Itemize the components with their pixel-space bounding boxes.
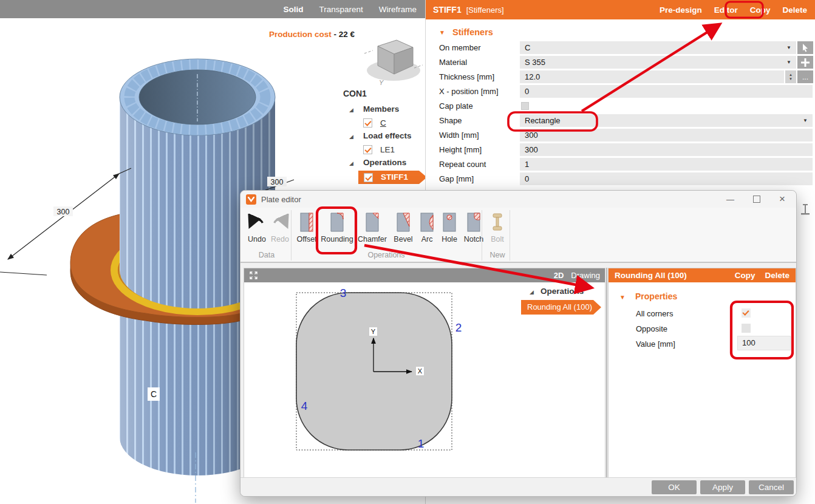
tree-group-load-effects[interactable]: Load effects xyxy=(363,131,412,140)
hole-button[interactable]: Hole xyxy=(438,210,460,243)
row-label-value: Value [mm] xyxy=(636,338,675,350)
dialog-tree-operations[interactable]: Operations xyxy=(540,287,584,296)
width-input[interactable]: 300 xyxy=(520,129,813,141)
tree-item-stiff1-selected[interactable]: STIFF1 xyxy=(358,171,427,184)
tree-item-le1[interactable]: LE1 xyxy=(380,145,395,154)
application-window: Solid Transparent Wireframe Production c… xyxy=(0,0,815,504)
all-corners-checkbox[interactable] xyxy=(742,308,751,318)
row-label-opposite: Opposite xyxy=(636,322,667,335)
drawing-header: 2DDrawing xyxy=(244,268,605,282)
dialog-tree-rounding-all[interactable]: Rounding All (100) xyxy=(521,300,601,315)
rounding-copy-button[interactable]: Copy xyxy=(735,271,755,280)
checkbox-member-c[interactable] xyxy=(363,118,372,128)
navigation-cube[interactable]: Y xyxy=(363,30,424,88)
cancel-button[interactable]: Cancel xyxy=(749,480,794,494)
material-dropdown[interactable]: S 355 xyxy=(520,56,796,69)
undo-label: Undo xyxy=(245,235,268,243)
expander-icon[interactable] xyxy=(530,289,534,295)
view-mode-transparent[interactable]: Transparent xyxy=(319,5,363,14)
predesign-button[interactable]: Pre-design xyxy=(660,5,702,15)
checkbox-le1[interactable] xyxy=(363,145,372,154)
bevel-button[interactable]: Bevel xyxy=(391,210,415,243)
chamfer-label: Chamfer xyxy=(355,235,390,243)
expander-icon[interactable] xyxy=(349,134,353,140)
tree-item-c[interactable]: C xyxy=(380,118,386,128)
rounding-delete-button[interactable]: Delete xyxy=(765,271,789,280)
gap-input[interactable]: 0 xyxy=(520,172,813,185)
row-label-on-member: On member xyxy=(439,41,481,54)
undo-icon xyxy=(248,214,266,231)
rounding-icon xyxy=(330,211,344,233)
x-position-input[interactable]: 0 xyxy=(520,85,813,98)
section-stiffeners[interactable]: Stiffeners xyxy=(452,27,493,37)
dialog-titlebar[interactable]: Plate editor — × xyxy=(240,191,796,208)
apply-button[interactable]: Apply xyxy=(700,480,745,494)
bolt-button[interactable]: Bolt xyxy=(486,210,509,243)
minimize-button[interactable]: — xyxy=(726,195,734,204)
tree-group-operations[interactable]: Operations xyxy=(363,158,406,167)
bevel-label: Bevel xyxy=(391,235,415,243)
copy-button[interactable]: Copy xyxy=(750,5,771,15)
value-input[interactable]: 100 xyxy=(737,336,791,350)
expander-icon[interactable] xyxy=(349,107,353,113)
undo-button[interactable]: Undo xyxy=(245,210,268,243)
redo-button[interactable]: Redo xyxy=(268,210,292,243)
member-tag[interactable]: C xyxy=(151,389,157,399)
stiffener-tool-icon[interactable] xyxy=(799,204,811,219)
bevel-icon xyxy=(396,211,411,233)
height-input[interactable]: 300 xyxy=(520,143,813,156)
expand-icon[interactable] xyxy=(249,271,258,280)
notch-icon xyxy=(466,211,481,233)
view-mode-toolbar: Solid Transparent Wireframe xyxy=(0,0,425,18)
tree-group-members[interactable]: Members xyxy=(363,104,399,114)
view-mode-wireframe[interactable]: Wireframe xyxy=(379,5,417,14)
pick-member-button[interactable] xyxy=(797,41,813,54)
rounding-header: Rounding All (100) Copy Delete xyxy=(609,268,796,282)
axis-y-label: Y xyxy=(371,328,376,335)
row-label-gap: Gap [mm] xyxy=(439,172,474,185)
offset-label: Offset xyxy=(294,235,319,243)
cursor-icon xyxy=(801,43,810,52)
row-label-cap-plate: Cap plate xyxy=(439,100,473,112)
row-label-width: Width [mm] xyxy=(439,129,479,141)
repeat-count-input[interactable]: 1 xyxy=(520,158,813,171)
rounding-title: Rounding All (100) xyxy=(615,271,687,280)
shape-dropdown[interactable]: Rectangle xyxy=(520,114,813,127)
thickness-input[interactable]: 12.0 xyxy=(520,70,784,83)
ok-button[interactable]: OK xyxy=(652,480,697,494)
on-member-dropdown[interactable]: C xyxy=(520,41,796,54)
row-label-x-position: X - position [mm] xyxy=(439,85,499,98)
row-label-repeat-count: Repeat count xyxy=(439,158,486,171)
rounding-button[interactable]: Rounding xyxy=(320,210,354,243)
opposite-checkbox[interactable] xyxy=(742,324,751,333)
thickness-more-button[interactable]: ... xyxy=(797,70,813,83)
section-collapse-icon[interactable] xyxy=(439,29,445,36)
panel-header: STIFF1 [Stiffeners] Pre-design Editor Co… xyxy=(426,0,815,19)
section-properties[interactable]: Properties xyxy=(635,291,677,301)
toolbar-separator xyxy=(291,210,292,261)
thickness-spinner[interactable] xyxy=(785,70,796,83)
maximize-button[interactable] xyxy=(753,196,760,203)
rounding-properties-panel: Rounding All (100) Copy Delete Propertie… xyxy=(608,268,796,479)
arc-button[interactable]: Arc xyxy=(416,210,438,243)
tree-root-con1[interactable]: CON1 xyxy=(343,89,367,98)
corner-number-4: 4 xyxy=(301,400,308,412)
cap-plate-checkbox[interactable] xyxy=(521,102,529,110)
editor-button[interactable]: Editor xyxy=(714,5,738,15)
offset-button[interactable]: Offset xyxy=(294,210,319,243)
section-collapse-icon[interactable] xyxy=(619,294,626,301)
close-button[interactable]: × xyxy=(779,193,785,205)
checkbox-stiff1[interactable] xyxy=(364,173,373,182)
delete-button[interactable]: Delete xyxy=(782,5,807,15)
group-label-operations: Operations xyxy=(332,251,441,259)
redo-label: Redo xyxy=(268,235,292,243)
mode-drawing[interactable]: Drawing xyxy=(571,271,600,280)
add-material-button[interactable] xyxy=(797,56,813,69)
chamfer-button[interactable]: Chamfer xyxy=(355,210,390,243)
view-mode-solid[interactable]: Solid xyxy=(283,5,303,14)
expander-icon[interactable] xyxy=(349,160,353,166)
notch-button[interactable]: Notch xyxy=(461,210,486,243)
row-label-all-corners: All corners xyxy=(636,307,673,320)
panel-splitter[interactable] xyxy=(606,268,607,479)
mode-2d[interactable]: 2D xyxy=(554,271,564,280)
